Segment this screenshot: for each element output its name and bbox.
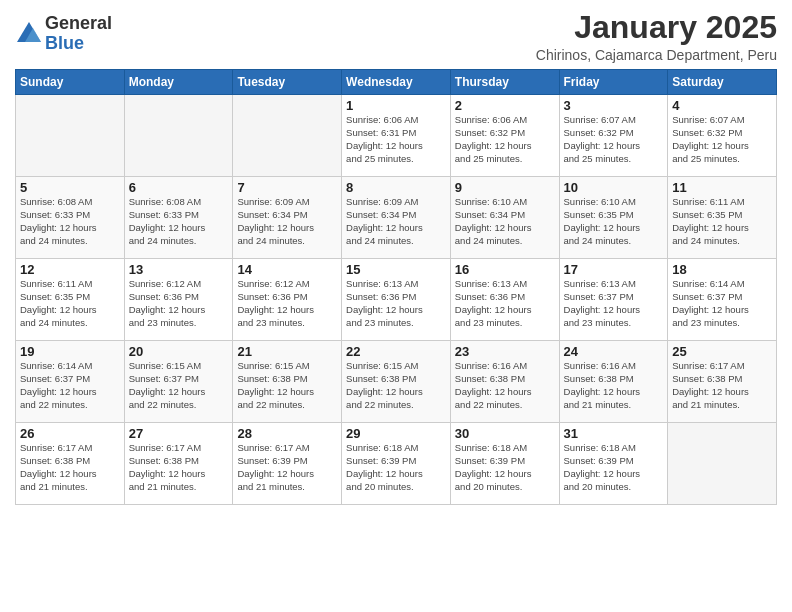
calendar-cell: 17Sunrise: 6:13 AM Sunset: 6:37 PM Dayli… xyxy=(559,259,668,341)
calendar-cell: 23Sunrise: 6:16 AM Sunset: 6:38 PM Dayli… xyxy=(450,341,559,423)
header-saturday: Saturday xyxy=(668,70,777,95)
day-info: Sunrise: 6:13 AM Sunset: 6:36 PM Dayligh… xyxy=(346,278,446,329)
day-info: Sunrise: 6:14 AM Sunset: 6:37 PM Dayligh… xyxy=(20,360,120,411)
calendar-cell: 21Sunrise: 6:15 AM Sunset: 6:38 PM Dayli… xyxy=(233,341,342,423)
day-info: Sunrise: 6:15 AM Sunset: 6:37 PM Dayligh… xyxy=(129,360,229,411)
header-friday: Friday xyxy=(559,70,668,95)
logo-blue: Blue xyxy=(45,34,112,54)
day-number: 4 xyxy=(672,98,772,113)
day-info: Sunrise: 6:12 AM Sunset: 6:36 PM Dayligh… xyxy=(237,278,337,329)
day-number: 12 xyxy=(20,262,120,277)
day-info: Sunrise: 6:13 AM Sunset: 6:36 PM Dayligh… xyxy=(455,278,555,329)
day-info: Sunrise: 6:10 AM Sunset: 6:35 PM Dayligh… xyxy=(564,196,664,247)
page: General Blue January 2025 Chirinos, Caja… xyxy=(0,0,792,612)
day-info: Sunrise: 6:17 AM Sunset: 6:38 PM Dayligh… xyxy=(129,442,229,493)
day-number: 27 xyxy=(129,426,229,441)
calendar-cell: 14Sunrise: 6:12 AM Sunset: 6:36 PM Dayli… xyxy=(233,259,342,341)
day-info: Sunrise: 6:18 AM Sunset: 6:39 PM Dayligh… xyxy=(564,442,664,493)
day-number: 31 xyxy=(564,426,664,441)
header: General Blue January 2025 Chirinos, Caja… xyxy=(15,10,777,63)
calendar-cell xyxy=(668,423,777,505)
calendar-cell: 16Sunrise: 6:13 AM Sunset: 6:36 PM Dayli… xyxy=(450,259,559,341)
day-number: 15 xyxy=(346,262,446,277)
day-number: 24 xyxy=(564,344,664,359)
calendar-header-row: Sunday Monday Tuesday Wednesday Thursday… xyxy=(16,70,777,95)
calendar-cell: 6Sunrise: 6:08 AM Sunset: 6:33 PM Daylig… xyxy=(124,177,233,259)
day-info: Sunrise: 6:15 AM Sunset: 6:38 PM Dayligh… xyxy=(346,360,446,411)
calendar-week-3: 12Sunrise: 6:11 AM Sunset: 6:35 PM Dayli… xyxy=(16,259,777,341)
calendar-cell: 2Sunrise: 6:06 AM Sunset: 6:32 PM Daylig… xyxy=(450,95,559,177)
day-number: 25 xyxy=(672,344,772,359)
day-number: 6 xyxy=(129,180,229,195)
day-number: 5 xyxy=(20,180,120,195)
calendar-week-1: 1Sunrise: 6:06 AM Sunset: 6:31 PM Daylig… xyxy=(16,95,777,177)
calendar-week-5: 26Sunrise: 6:17 AM Sunset: 6:38 PM Dayli… xyxy=(16,423,777,505)
day-info: Sunrise: 6:10 AM Sunset: 6:34 PM Dayligh… xyxy=(455,196,555,247)
calendar-cell: 3Sunrise: 6:07 AM Sunset: 6:32 PM Daylig… xyxy=(559,95,668,177)
day-number: 20 xyxy=(129,344,229,359)
day-number: 26 xyxy=(20,426,120,441)
day-number: 7 xyxy=(237,180,337,195)
logo-text: General Blue xyxy=(45,14,112,54)
header-sunday: Sunday xyxy=(16,70,125,95)
calendar-week-4: 19Sunrise: 6:14 AM Sunset: 6:37 PM Dayli… xyxy=(16,341,777,423)
calendar-cell: 13Sunrise: 6:12 AM Sunset: 6:36 PM Dayli… xyxy=(124,259,233,341)
header-thursday: Thursday xyxy=(450,70,559,95)
day-number: 11 xyxy=(672,180,772,195)
day-number: 2 xyxy=(455,98,555,113)
day-info: Sunrise: 6:18 AM Sunset: 6:39 PM Dayligh… xyxy=(455,442,555,493)
day-number: 3 xyxy=(564,98,664,113)
day-info: Sunrise: 6:17 AM Sunset: 6:38 PM Dayligh… xyxy=(672,360,772,411)
day-number: 9 xyxy=(455,180,555,195)
calendar-cell: 11Sunrise: 6:11 AM Sunset: 6:35 PM Dayli… xyxy=(668,177,777,259)
calendar-cell: 30Sunrise: 6:18 AM Sunset: 6:39 PM Dayli… xyxy=(450,423,559,505)
day-info: Sunrise: 6:16 AM Sunset: 6:38 PM Dayligh… xyxy=(564,360,664,411)
day-info: Sunrise: 6:11 AM Sunset: 6:35 PM Dayligh… xyxy=(20,278,120,329)
title-month: January 2025 xyxy=(536,10,777,45)
calendar-cell: 8Sunrise: 6:09 AM Sunset: 6:34 PM Daylig… xyxy=(342,177,451,259)
day-info: Sunrise: 6:09 AM Sunset: 6:34 PM Dayligh… xyxy=(346,196,446,247)
calendar-cell: 27Sunrise: 6:17 AM Sunset: 6:38 PM Dayli… xyxy=(124,423,233,505)
day-number: 18 xyxy=(672,262,772,277)
day-info: Sunrise: 6:11 AM Sunset: 6:35 PM Dayligh… xyxy=(672,196,772,247)
header-monday: Monday xyxy=(124,70,233,95)
calendar-cell: 24Sunrise: 6:16 AM Sunset: 6:38 PM Dayli… xyxy=(559,341,668,423)
logo: General Blue xyxy=(15,14,112,54)
day-number: 29 xyxy=(346,426,446,441)
day-info: Sunrise: 6:15 AM Sunset: 6:38 PM Dayligh… xyxy=(237,360,337,411)
calendar-cell: 31Sunrise: 6:18 AM Sunset: 6:39 PM Dayli… xyxy=(559,423,668,505)
calendar-cell: 19Sunrise: 6:14 AM Sunset: 6:37 PM Dayli… xyxy=(16,341,125,423)
calendar-cell xyxy=(16,95,125,177)
header-wednesday: Wednesday xyxy=(342,70,451,95)
day-number: 19 xyxy=(20,344,120,359)
calendar-cell: 26Sunrise: 6:17 AM Sunset: 6:38 PM Dayli… xyxy=(16,423,125,505)
calendar-cell: 25Sunrise: 6:17 AM Sunset: 6:38 PM Dayli… xyxy=(668,341,777,423)
calendar-cell: 10Sunrise: 6:10 AM Sunset: 6:35 PM Dayli… xyxy=(559,177,668,259)
calendar-cell: 22Sunrise: 6:15 AM Sunset: 6:38 PM Dayli… xyxy=(342,341,451,423)
calendar-cell: 29Sunrise: 6:18 AM Sunset: 6:39 PM Dayli… xyxy=(342,423,451,505)
day-info: Sunrise: 6:08 AM Sunset: 6:33 PM Dayligh… xyxy=(20,196,120,247)
day-info: Sunrise: 6:07 AM Sunset: 6:32 PM Dayligh… xyxy=(564,114,664,165)
day-number: 30 xyxy=(455,426,555,441)
title-location: Chirinos, Cajamarca Department, Peru xyxy=(536,47,777,63)
title-block: January 2025 Chirinos, Cajamarca Departm… xyxy=(536,10,777,63)
day-number: 10 xyxy=(564,180,664,195)
day-info: Sunrise: 6:13 AM Sunset: 6:37 PM Dayligh… xyxy=(564,278,664,329)
calendar-cell: 4Sunrise: 6:07 AM Sunset: 6:32 PM Daylig… xyxy=(668,95,777,177)
day-number: 14 xyxy=(237,262,337,277)
day-info: Sunrise: 6:16 AM Sunset: 6:38 PM Dayligh… xyxy=(455,360,555,411)
day-number: 23 xyxy=(455,344,555,359)
day-info: Sunrise: 6:06 AM Sunset: 6:31 PM Dayligh… xyxy=(346,114,446,165)
day-info: Sunrise: 6:17 AM Sunset: 6:38 PM Dayligh… xyxy=(20,442,120,493)
day-number: 21 xyxy=(237,344,337,359)
logo-general: General xyxy=(45,14,112,34)
calendar-cell: 1Sunrise: 6:06 AM Sunset: 6:31 PM Daylig… xyxy=(342,95,451,177)
day-info: Sunrise: 6:08 AM Sunset: 6:33 PM Dayligh… xyxy=(129,196,229,247)
calendar-cell: 15Sunrise: 6:13 AM Sunset: 6:36 PM Dayli… xyxy=(342,259,451,341)
calendar-cell: 5Sunrise: 6:08 AM Sunset: 6:33 PM Daylig… xyxy=(16,177,125,259)
header-tuesday: Tuesday xyxy=(233,70,342,95)
day-number: 1 xyxy=(346,98,446,113)
day-number: 16 xyxy=(455,262,555,277)
day-number: 8 xyxy=(346,180,446,195)
calendar-cell: 9Sunrise: 6:10 AM Sunset: 6:34 PM Daylig… xyxy=(450,177,559,259)
